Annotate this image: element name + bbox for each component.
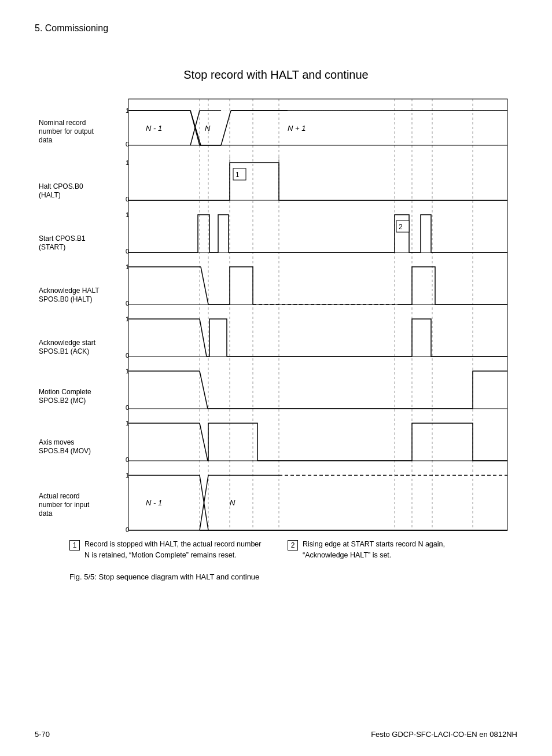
footnote-1: 1 Record is stopped with HALT, the actua… bbox=[69, 539, 264, 561]
footnote-1-num: 1 bbox=[69, 540, 80, 551]
svg-text:SPOS.B2 (MC): SPOS.B2 (MC) bbox=[39, 397, 86, 405]
timing-diagram-container: Nominal record number for output data Ha… bbox=[35, 93, 517, 533]
section-title: 5. Commissioning bbox=[35, 23, 108, 33]
svg-text:data: data bbox=[39, 509, 53, 518]
svg-text:N + 1: N + 1 bbox=[288, 124, 306, 133]
svg-text:data: data bbox=[39, 136, 53, 144]
svg-text:(START): (START) bbox=[39, 243, 65, 251]
svg-text:Actual record: Actual record bbox=[39, 492, 80, 500]
svg-text:(HALT): (HALT) bbox=[39, 191, 61, 199]
svg-text:Motion Complete: Motion Complete bbox=[39, 388, 91, 396]
fig-caption: Fig. 5/5: Stop sequence diagram with HAL… bbox=[69, 572, 517, 581]
footer-right: Festo GDCP-SFC-LACI-CO-EN en 0812NH bbox=[371, 730, 517, 739]
svg-text:Axis moves: Axis moves bbox=[39, 438, 74, 446]
svg-text:N: N bbox=[230, 498, 235, 507]
svg-text:N - 1: N - 1 bbox=[146, 498, 162, 507]
svg-rect-65 bbox=[128, 417, 510, 467]
svg-text:N: N bbox=[205, 124, 211, 133]
svg-text:Halt CPOS.B0: Halt CPOS.B0 bbox=[39, 182, 83, 190]
svg-text:N - 1: N - 1 bbox=[146, 124, 162, 133]
svg-text:Start CPOS.B1: Start CPOS.B1 bbox=[39, 234, 86, 243]
svg-rect-44 bbox=[128, 209, 510, 258]
svg-rect-70 bbox=[128, 469, 510, 533]
svg-text:SPOS.B0 (HALT): SPOS.B0 (HALT) bbox=[39, 295, 92, 303]
svg-text:number for output: number for output bbox=[39, 127, 94, 135]
footnote-2-num: 2 bbox=[288, 540, 298, 551]
svg-rect-36 bbox=[128, 157, 510, 206]
footer-left: 5-70 bbox=[35, 730, 50, 739]
svg-rect-50 bbox=[128, 261, 510, 310]
svg-text:Acknowledge start: Acknowledge start bbox=[39, 339, 96, 347]
svg-text:Acknowledge HALT: Acknowledge HALT bbox=[39, 287, 100, 295]
svg-rect-55 bbox=[128, 313, 510, 362]
svg-rect-22 bbox=[128, 105, 510, 151]
diagram-title: Stop record with HALT and continue bbox=[35, 68, 517, 82]
svg-text:SPOS.B1 (ACK): SPOS.B1 (ACK) bbox=[39, 347, 89, 355]
timing-diagram-svg: Nominal record number for output data Ha… bbox=[39, 93, 513, 533]
footnotes-container: 1 Record is stopped with HALT, the actua… bbox=[69, 539, 483, 561]
svg-text:Nominal record: Nominal record bbox=[39, 119, 86, 127]
footnote-2: 2 Rising edge at START starts record N a… bbox=[288, 539, 483, 561]
svg-rect-60 bbox=[128, 365, 510, 414]
svg-text:1: 1 bbox=[235, 171, 240, 179]
footnote-2-text: Rising edge at START starts record N aga… bbox=[303, 539, 483, 561]
footnote-1-text: Record is stopped with HALT, the actual … bbox=[84, 539, 264, 561]
page-header: 5. Commissioning bbox=[35, 23, 517, 34]
page-footer: 5-70 Festo GDCP-SFC-LACI-CO-EN en 0812NH bbox=[35, 730, 517, 739]
svg-text:SPOS.B4 (MOV): SPOS.B4 (MOV) bbox=[39, 447, 91, 455]
svg-text:2: 2 bbox=[399, 223, 403, 231]
svg-text:number for input: number for input bbox=[39, 501, 90, 509]
